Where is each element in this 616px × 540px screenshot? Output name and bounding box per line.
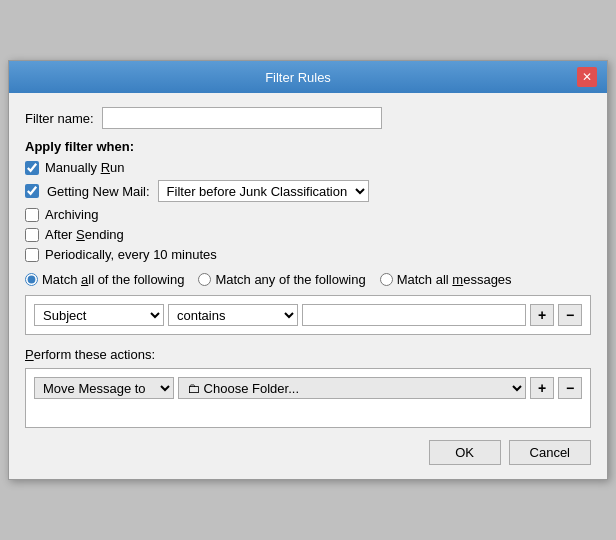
- after-sending-checkbox[interactable]: [25, 228, 39, 242]
- match-all-radio[interactable]: [25, 273, 38, 286]
- condition-value-input[interactable]: [302, 304, 526, 326]
- manually-run-label[interactable]: Manually Run: [45, 160, 125, 175]
- action-type-select[interactable]: Move Message to Copy Message to Forward …: [34, 377, 174, 399]
- getting-new-mail-row: Getting New Mail: Filter before Junk Cla…: [25, 180, 591, 202]
- dialog-title: Filter Rules: [19, 70, 577, 85]
- dialog-content: Filter name: Apply filter when: Manually…: [9, 93, 607, 479]
- apply-filter-section: Apply filter when: Manually Run Getting …: [25, 139, 591, 262]
- after-sending-label[interactable]: After Sending: [45, 227, 124, 242]
- action-row: Move Message to Copy Message to Forward …: [34, 377, 582, 399]
- archiving-row: Archiving: [25, 207, 591, 222]
- condition-field-select[interactable]: Subject From To Body: [34, 304, 164, 326]
- filter-rules-dialog: Filter Rules ✕ Filter name: Apply filter…: [8, 60, 608, 480]
- actions-label: Perform these actions:: [25, 347, 591, 362]
- conditions-box: Subject From To Body contains doesn't co…: [25, 295, 591, 335]
- match-all-msgs-radio[interactable]: [380, 273, 393, 286]
- close-button[interactable]: ✕: [577, 67, 597, 87]
- archiving-checkbox[interactable]: [25, 208, 39, 222]
- remove-condition-button[interactable]: −: [558, 304, 582, 326]
- folder-select[interactable]: 🗀 Choose Folder...: [178, 377, 526, 399]
- match-all-label[interactable]: Match all of the following: [42, 272, 184, 287]
- remove-action-button[interactable]: −: [558, 377, 582, 399]
- filter-name-row: Filter name:: [25, 107, 591, 129]
- cancel-button[interactable]: Cancel: [509, 440, 591, 465]
- actions-box: Move Message to Copy Message to Forward …: [25, 368, 591, 428]
- periodically-row: Periodically, every 10 minutes: [25, 247, 591, 262]
- periodically-checkbox[interactable]: [25, 248, 39, 262]
- match-all-option: Match all of the following: [25, 272, 184, 287]
- match-any-radio[interactable]: [198, 273, 211, 286]
- apply-filter-label: Apply filter when:: [25, 139, 591, 154]
- match-all-msgs-option: Match all messages: [380, 272, 512, 287]
- archiving-label[interactable]: Archiving: [45, 207, 98, 222]
- periodically-label[interactable]: Periodically, every 10 minutes: [45, 247, 217, 262]
- match-all-msgs-label[interactable]: Match all messages: [397, 272, 512, 287]
- match-any-option: Match any of the following: [198, 272, 365, 287]
- junk-classification-dropdown[interactable]: Filter before Junk Classification Filter…: [158, 180, 369, 202]
- filter-name-input[interactable]: [102, 107, 382, 129]
- add-condition-button[interactable]: +: [530, 304, 554, 326]
- after-sending-row: After Sending: [25, 227, 591, 242]
- title-bar: Filter Rules ✕: [9, 61, 607, 93]
- getting-new-mail-label[interactable]: Getting New Mail:: [47, 184, 150, 199]
- manually-run-checkbox[interactable]: [25, 161, 39, 175]
- actions-section: Perform these actions: Move Message to C…: [25, 347, 591, 428]
- getting-new-mail-checkbox[interactable]: [25, 184, 39, 198]
- ok-button[interactable]: OK: [429, 440, 501, 465]
- filter-name-label: Filter name:: [25, 111, 94, 126]
- match-any-label[interactable]: Match any of the following: [215, 272, 365, 287]
- button-row: OK Cancel: [25, 440, 591, 465]
- match-options-section: Match all of the following Match any of …: [25, 272, 591, 287]
- condition-row: Subject From To Body contains doesn't co…: [34, 304, 582, 326]
- manually-run-row: Manually Run: [25, 160, 591, 175]
- condition-operator-select[interactable]: contains doesn't contain is isn't begins…: [168, 304, 298, 326]
- add-action-button[interactable]: +: [530, 377, 554, 399]
